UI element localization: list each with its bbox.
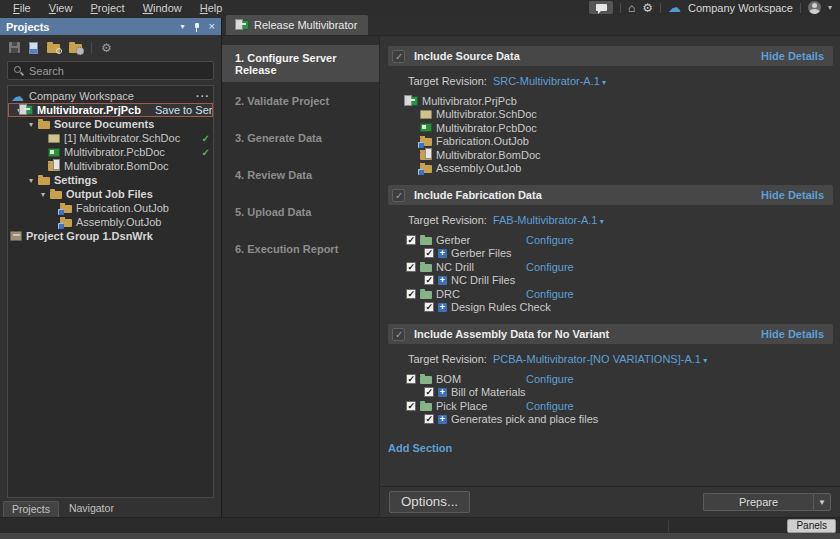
wizard-step[interactable]: 5. Upload Data [222,193,379,230]
output-row[interactable]: NC Drill Files [380,274,840,288]
source-file-row[interactable]: Multivibrator.PcbDoc [380,121,840,135]
configure-link[interactable]: Configure [526,261,574,273]
tree-item[interactable]: Project Group 1.DsnWrk [8,229,213,243]
configure-link[interactable]: Configure [526,400,574,412]
hide-details-link[interactable]: Hide Details [761,189,824,201]
open-document-icon[interactable] [29,42,38,54]
checkbox[interactable] [406,374,416,384]
checkbox[interactable] [406,235,416,245]
tree-item[interactable]: ▾Settings [8,173,213,187]
checkbox[interactable] [406,401,416,411]
menu-view[interactable]: View [40,1,82,15]
output-row[interactable]: NC DrillConfigure [380,260,840,274]
panel-menu-icon[interactable]: ▾ [181,22,185,31]
configure-link[interactable]: Configure [526,288,574,300]
panel-tab-projects[interactable]: Projects [3,501,59,517]
hide-details-link[interactable]: Hide Details [761,50,824,62]
section-header[interactable]: Include Assembly Data for No VariantHide… [388,324,833,344]
output-row[interactable]: Generates pick and place files [380,413,840,427]
source-file-row[interactable]: Fabrication.OutJob [380,135,840,149]
chevron-down-icon[interactable]: ▾ [597,217,603,226]
expander-icon[interactable]: ▾ [29,120,38,129]
source-file-row[interactable]: Assembly.OutJob [380,162,840,176]
target-revision-row: Target Revision:FAB-Multivibrator-A.1 ▾ [408,214,840,226]
source-file-row[interactable]: Multivibrator.BomDoc [380,148,840,162]
save-to-server-label[interactable]: Save to Server [155,104,214,116]
checkbox[interactable] [424,414,434,424]
configure-link[interactable]: Configure [526,234,574,246]
menu-help[interactable]: Help [191,1,232,15]
expander-icon[interactable]: ▾ [29,176,38,185]
checkbox[interactable] [424,302,434,312]
output-row[interactable]: BOMConfigure [380,372,840,386]
gear-icon[interactable]: ⚙ [642,2,653,14]
section-checkbox[interactable] [392,328,405,341]
folder-settings-icon[interactable] [69,44,82,53]
tree-item[interactable]: ▾Multivibrator.PrjPcbSave to Server [8,103,213,117]
panel-settings-icon[interactable]: ⚙ [101,42,112,54]
panel-tab-navigator[interactable]: Navigator [61,501,122,516]
options-button[interactable]: Options... [389,491,470,513]
panels-button[interactable]: Panels [787,519,836,533]
source-file-row[interactable]: Multivibrator.SchDoc [380,108,840,122]
comments-button[interactable] [589,1,613,14]
search-box[interactable] [7,61,214,80]
search-input[interactable] [29,65,207,77]
wizard-step[interactable]: 1. Configure Server Release [222,45,379,82]
configure-link[interactable]: Configure [526,373,574,385]
wizard-step[interactable]: 3. Generate Data [222,119,379,156]
menu-project[interactable]: Project [81,1,133,15]
section-header[interactable]: Include Fabrication DataHide Details [388,185,833,205]
checkbox[interactable] [424,275,434,285]
expander-icon[interactable]: ▾ [41,190,50,199]
workspace-label[interactable]: Company Workspace [688,2,793,14]
source-file-row[interactable]: Multivibrator.PrjPcb [380,94,840,108]
menu-window[interactable]: Window [134,1,191,15]
add-section-link[interactable]: Add Section [388,442,452,454]
tree-item-label: Multivibrator.PcbDoc [64,146,165,158]
tree-item[interactable]: ▾Source Documents [8,117,213,131]
more-options-icon[interactable]: ··· [196,90,210,102]
prepare-button[interactable]: Prepare [703,493,813,511]
output-row[interactable]: Gerber Files [380,247,840,261]
chevron-down-icon[interactable]: ▾ [828,3,832,12]
wizard-step[interactable]: 4. Review Data [222,156,379,193]
chevron-down-icon[interactable]: ▾ [701,356,707,365]
close-icon[interactable]: × [209,21,215,32]
avatar[interactable] [808,1,821,14]
section-checkbox[interactable] [392,189,405,202]
checkbox[interactable] [406,289,416,299]
checkbox[interactable] [424,248,434,258]
pin-icon[interactable] [193,22,201,32]
section-checkbox[interactable] [392,50,405,63]
tree-item[interactable]: Fabrication.OutJob [8,201,213,215]
tree-item[interactable]: Multivibrator.PcbDoc✓ [8,145,213,159]
output-row[interactable]: Pick PlaceConfigure [380,399,840,413]
tree-item[interactable]: ☁Company Workspace··· [8,89,213,103]
prepare-dropdown-icon[interactable]: ▼ [813,493,831,511]
chevron-down-icon[interactable]: ▾ [600,78,606,87]
target-revision-value[interactable]: FAB-Multivibrator-A.1 [493,214,598,226]
projects-panel-header[interactable]: Projects ▾ × [0,18,221,35]
target-revision-value[interactable]: SRC-Multivibrator-A.1 [493,75,600,87]
menu-file[interactable]: File [4,1,40,15]
output-row[interactable]: Design Rules Check [380,301,840,315]
tree-item[interactable]: [1] Multivibrator.SchDoc✓ [8,131,213,145]
wizard-step[interactable]: 2. Validate Project [222,82,379,119]
target-revision-value[interactable]: PCBA-Multivibrator-[NO VARIATIONS]-A.1 [493,353,701,365]
tab-release-multivibrator[interactable]: Release Multivibrator [226,15,368,35]
checkbox[interactable] [406,262,416,272]
home-icon[interactable]: ⌂ [628,2,635,14]
folder-search-icon[interactable] [47,44,60,53]
output-row[interactable]: DRCConfigure [380,287,840,301]
tree-item[interactable]: ▾Output Job Files [8,187,213,201]
output-row[interactable]: GerberConfigure [380,233,840,247]
wizard-step[interactable]: 6. Execution Report [222,230,379,267]
save-icon[interactable] [9,42,20,53]
tree-item[interactable]: Multivibrator.BomDoc [8,159,213,173]
hide-details-link[interactable]: Hide Details [761,328,824,340]
checkbox[interactable] [424,387,434,397]
output-row[interactable]: Bill of Materials [380,386,840,400]
section-header[interactable]: Include Source DataHide Details [388,46,833,66]
tree-item[interactable]: Assembly.OutJob [8,215,213,229]
